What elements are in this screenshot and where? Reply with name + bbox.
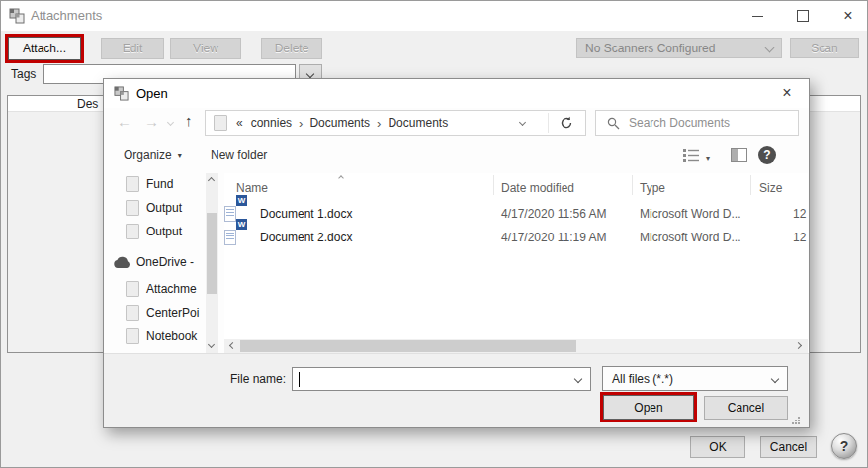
breadcrumb-item[interactable]: connies bbox=[251, 116, 292, 130]
dialog-help-button[interactable]: ? bbox=[758, 146, 776, 164]
sidebar-item-output2[interactable]: Output bbox=[104, 222, 203, 241]
close-button[interactable]: × bbox=[835, 5, 861, 27]
view-mode-chevron-icon[interactable]: ▾ bbox=[706, 154, 710, 163]
breadcrumb-item[interactable]: Documents bbox=[388, 116, 448, 130]
view-button[interactable]: View bbox=[170, 38, 241, 59]
file-type-dropdown[interactable]: All files (*.*) bbox=[602, 366, 788, 391]
file-type-value: All files (*.*) bbox=[612, 372, 673, 386]
sidebar-scrollbar[interactable] bbox=[206, 173, 218, 353]
sidebar-item-label: Fund bbox=[146, 177, 173, 191]
sidebar-item-label: Output bbox=[146, 225, 182, 238]
breadcrumb-collapse[interactable]: « bbox=[236, 116, 243, 130]
sidebar-item-label: Notebook bbox=[146, 329, 197, 343]
scanner-dropdown[interactable]: No Scanners Configured bbox=[576, 38, 782, 58]
sidebar-item-label: OneDrive - bbox=[136, 255, 194, 269]
edit-button[interactable]: Edit bbox=[101, 38, 164, 59]
address-bar[interactable]: « connies › Documents › Documents bbox=[205, 110, 586, 136]
open-dialog: Open × ← → ↑ « connies › Documents › Doc… bbox=[103, 78, 810, 428]
minimize-icon bbox=[752, 16, 763, 17]
attach-button[interactable]: Attach... bbox=[8, 37, 81, 60]
chevron-down-icon: ▾ bbox=[178, 151, 182, 160]
chevron-down-icon bbox=[306, 70, 314, 78]
new-folder-button[interactable]: New folder bbox=[211, 148, 267, 162]
view-mode-icon[interactable] bbox=[683, 149, 700, 162]
column-separator bbox=[493, 175, 494, 195]
folder-icon bbox=[126, 200, 139, 216]
dialog-close-button[interactable]: × bbox=[774, 82, 800, 104]
file-type: Microsoft Word D... bbox=[640, 207, 740, 221]
file-list: Name Date modified Type Size W Document … bbox=[224, 173, 808, 353]
help-button[interactable]: ? bbox=[831, 433, 857, 459]
file-date: 4/17/2020 11:56 AM bbox=[501, 207, 607, 221]
forward-icon[interactable]: → bbox=[144, 114, 159, 129]
recent-locations-chevron-icon[interactable] bbox=[167, 119, 174, 126]
open-button[interactable]: Open bbox=[603, 395, 694, 420]
folder-icon bbox=[214, 115, 227, 131]
titlebar: Attachments × bbox=[1, 1, 868, 31]
tags-label: Tags bbox=[11, 67, 36, 81]
breadcrumb-separator: › bbox=[299, 116, 303, 131]
horizontal-scrollbar[interactable] bbox=[224, 339, 808, 353]
up-icon[interactable]: ↑ bbox=[185, 113, 193, 128]
scanner-dropdown-value: No Scanners Configured bbox=[585, 42, 715, 55]
divider bbox=[548, 113, 549, 133]
attach-highlight-box: Attach... bbox=[5, 34, 84, 63]
text-caret bbox=[299, 372, 300, 387]
column-header-date-modified[interactable]: Date modified bbox=[501, 181, 574, 195]
dialog-titlebar: Open × bbox=[104, 79, 809, 108]
chevron-down-icon bbox=[771, 374, 779, 382]
ok-button[interactable]: OK bbox=[690, 436, 745, 458]
scroll-down-icon[interactable] bbox=[208, 341, 215, 348]
refresh-icon[interactable] bbox=[560, 116, 573, 130]
open-highlight-box: Open bbox=[600, 392, 697, 422]
sidebar-item-onedrive[interactable]: OneDrive - bbox=[104, 252, 203, 272]
folder-icon bbox=[126, 328, 139, 344]
scroll-left-icon[interactable] bbox=[229, 342, 236, 349]
breadcrumb-separator: › bbox=[377, 116, 381, 131]
delete-button[interactable]: Delete bbox=[261, 38, 322, 59]
minimize-button[interactable] bbox=[744, 5, 770, 27]
folder-icon bbox=[126, 176, 139, 192]
back-icon[interactable]: ← bbox=[117, 114, 131, 129]
scroll-up-icon[interactable] bbox=[208, 177, 215, 184]
main-cancel-button[interactable]: Cancel bbox=[760, 436, 817, 458]
folder-icon bbox=[126, 224, 139, 239]
scrollbar-thumb[interactable] bbox=[207, 213, 217, 294]
column-header-name[interactable]: Name bbox=[236, 181, 268, 195]
address-dropdown-chevron-icon[interactable] bbox=[519, 119, 526, 126]
scrollbar-thumb[interactable] bbox=[240, 340, 576, 352]
onedrive-cloud-icon bbox=[112, 256, 131, 269]
preview-pane-icon[interactable] bbox=[731, 148, 747, 162]
search-box bbox=[595, 110, 799, 136]
file-name-combobox[interactable] bbox=[292, 367, 591, 391]
column-header-size[interactable]: Size bbox=[759, 181, 782, 195]
sidebar-item-output[interactable]: Output bbox=[104, 198, 203, 218]
close-icon: × bbox=[843, 8, 852, 24]
file-size: 12 bbox=[793, 207, 806, 221]
resize-grip[interactable] bbox=[798, 417, 800, 419]
file-row[interactable]: W Document 1.docx 4/17/2020 11:56 AM Mic… bbox=[224, 203, 808, 225]
search-icon bbox=[607, 117, 620, 130]
file-row[interactable]: W Document 2.docx 4/17/2020 11:19 AM Mic… bbox=[224, 227, 808, 248]
file-name-label: File name: bbox=[230, 372, 286, 386]
sidebar-item-label: Output bbox=[146, 201, 182, 215]
file-name-input[interactable] bbox=[293, 371, 575, 387]
description-column-header-fragment: Des bbox=[77, 97, 98, 111]
organize-button[interactable]: Organize ▾ bbox=[124, 144, 182, 166]
column-separator bbox=[632, 175, 633, 195]
sort-ascending-icon bbox=[338, 175, 344, 181]
dialog-cancel-button[interactable]: Cancel bbox=[704, 396, 788, 420]
scroll-right-icon[interactable] bbox=[795, 342, 802, 349]
chevron-down-icon bbox=[574, 375, 582, 383]
search-input[interactable] bbox=[627, 115, 798, 131]
sidebar-item-centerpoint[interactable]: CenterPoi bbox=[104, 303, 203, 323]
maximize-icon bbox=[797, 10, 809, 22]
sidebar-item-attachments[interactable]: Attachme bbox=[104, 279, 203, 299]
column-header-type[interactable]: Type bbox=[640, 181, 665, 195]
scan-button[interactable]: Scan bbox=[790, 38, 859, 58]
sidebar-item-fund[interactable]: Fund bbox=[104, 174, 203, 194]
breadcrumb-item[interactable]: Documents bbox=[309, 116, 370, 130]
sidebar-item-notebooks[interactable]: Notebook bbox=[104, 327, 203, 346]
maximize-button[interactable] bbox=[790, 5, 816, 27]
file-list-header: Name Date modified Type Size bbox=[224, 173, 808, 197]
